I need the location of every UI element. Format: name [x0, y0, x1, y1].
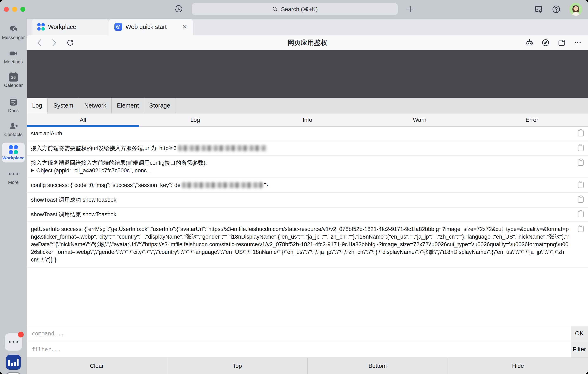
log-text: config success: {"code":0,"msg":"success…	[31, 182, 181, 188]
sidebar-item-meetings[interactable]: Meetings	[0, 49, 27, 65]
sidebar-item-calendar[interactable]: 26 Calendar	[0, 73, 27, 88]
video-camera-icon	[9, 49, 18, 58]
tab-label: Workplace	[48, 23, 76, 30]
redacted-blur	[178, 145, 267, 151]
title-bar: Search (⌘+K)	[0, 0, 588, 19]
copy-icon[interactable]	[578, 196, 584, 203]
ok-button[interactable]: OK	[571, 326, 588, 341]
tab-workplace[interactable]: Workplace	[32, 19, 109, 35]
filter-info[interactable]: Info	[251, 113, 364, 126]
copy-icon[interactable]	[578, 158, 584, 166]
log-text: start apiAuth	[31, 131, 62, 137]
calendar-icon: 26	[9, 73, 18, 82]
copy-icon[interactable]	[578, 144, 584, 151]
console-tab-storage[interactable]: Storage	[144, 98, 176, 113]
console-tab-element[interactable]: Element	[112, 98, 144, 113]
user-avatar[interactable]	[569, 3, 582, 16]
sidebar-more-apps-button[interactable]	[5, 333, 22, 351]
log-row: start apiAuth	[27, 127, 588, 141]
close-window-button[interactable]	[4, 7, 9, 12]
new-tab-button[interactable]	[405, 3, 416, 15]
help-icon[interactable]	[552, 5, 561, 14]
sidebar-item-label: Workplace	[2, 155, 24, 160]
bar-chart-icon	[8, 360, 10, 366]
more-dots-icon	[9, 169, 18, 178]
tab-strip: Workplace Web quick start ✕	[27, 19, 588, 35]
log-row: 接入方服务端返回给接入方前端的结果(前端调用config接口的所需参数): Ob…	[27, 156, 588, 178]
copy-icon[interactable]	[578, 129, 584, 137]
copy-icon[interactable]	[578, 225, 584, 232]
compass-icon[interactable]	[541, 39, 550, 47]
sidebar-item-label: Calendar	[4, 83, 23, 88]
sidebar-item-label: Messenger	[2, 35, 25, 40]
history-icon[interactable]	[174, 5, 183, 14]
search-input[interactable]: Search (⌘+K)	[192, 3, 398, 15]
bottom-button[interactable]: Bottom	[308, 358, 448, 374]
log-list: start apiAuth 接入方前端将需要鉴权的url发给接入方服务端,url…	[27, 127, 588, 326]
debug-console: Log System Network Element Storage All L…	[27, 98, 588, 374]
search-placeholder: Search (⌘+K)	[281, 6, 318, 13]
command-row: OK	[27, 326, 588, 341]
workplace-tab-icon	[37, 23, 45, 31]
filter-button[interactable]: Filter	[571, 341, 588, 357]
log-row: showToast 调用成功 showToast:ok	[27, 193, 588, 208]
sidebar-item-label: Contacts	[4, 132, 22, 137]
console-footer: Clear Top Bottom Hide	[27, 357, 588, 374]
sidebar-item-more[interactable]: More	[0, 169, 27, 185]
announcement-icon[interactable]	[534, 5, 543, 14]
log-row: config success: {"code":0,"msg":"success…	[27, 178, 588, 193]
tab-label: Web quick start	[126, 23, 167, 30]
sidebar-item-label: More	[8, 180, 19, 185]
console-tab-system[interactable]: System	[48, 98, 79, 113]
filter-error[interactable]: Error	[476, 113, 588, 126]
search-icon	[272, 6, 278, 12]
filter-log[interactable]: Log	[139, 113, 251, 126]
more-actions-icon[interactable]	[574, 39, 582, 47]
log-text: 接入方服务端返回给接入方前端的结果(前端调用config接口的所需参数):	[31, 159, 569, 167]
log-text: showToast 调用成功 showToast:ok	[31, 197, 116, 203]
console-tab-log[interactable]: Log	[27, 98, 48, 113]
clear-button[interactable]: Clear	[27, 358, 167, 374]
sidebar-item-label: Docs	[8, 108, 19, 113]
console-tab-network[interactable]: Network	[79, 98, 112, 113]
close-tab-icon[interactable]: ✕	[182, 24, 187, 30]
ellipsis-icon	[9, 338, 18, 347]
log-text: "}	[264, 182, 268, 188]
open-in-window-icon[interactable]	[557, 39, 566, 47]
filter-input[interactable]	[27, 341, 571, 357]
webview-content	[27, 50, 588, 98]
contacts-icon	[9, 121, 18, 131]
command-input[interactable]	[27, 326, 571, 341]
minimize-window-button[interactable]	[12, 7, 17, 12]
sidebar-item-messenger[interactable]: Messenger	[0, 24, 27, 40]
log-text: showToast 调用结束 showToast:ok	[31, 211, 116, 218]
notification-badge	[18, 332, 24, 338]
hide-button[interactable]: Hide	[448, 358, 588, 374]
log-level-filters: All Log Info Warn Error	[27, 113, 588, 127]
sidebar-analytics-app[interactable]	[6, 355, 21, 370]
app-window: Search (⌘+K)	[0, 0, 588, 374]
messenger-icon	[9, 24, 18, 34]
filter-all[interactable]: All	[27, 113, 139, 126]
titlebar-right-icons	[534, 3, 582, 16]
workplace-icon	[9, 145, 18, 154]
log-object-preview: Object {appid: "cli_a4a021c7fc7c500c", n…	[36, 167, 151, 174]
console-tabs: Log System Network Element Storage	[27, 98, 588, 113]
app-sidebar: Messenger Meetings 26 Calendar	[0, 19, 27, 374]
sidebar-item-workplace[interactable]: Workplace	[2, 143, 25, 163]
log-text: getUserInfo success: {"errMsg":"getUserI…	[31, 226, 569, 263]
copy-icon[interactable]	[578, 210, 584, 218]
copy-icon[interactable]	[578, 181, 584, 188]
filter-warn[interactable]: Warn	[364, 113, 476, 126]
tab-web-quick-start[interactable]: Web quick start ✕	[109, 19, 193, 35]
bot-icon[interactable]	[525, 39, 534, 47]
object-expander[interactable]: Object {appid: "cli_a4a021c7fc7c500c", n…	[31, 167, 569, 174]
sidebar-item-contacts[interactable]: Contacts	[0, 121, 27, 137]
top-button[interactable]: Top	[167, 358, 308, 374]
sidebar-item-docs[interactable]: Docs	[0, 98, 27, 113]
expand-triangle-icon	[31, 169, 34, 172]
filter-row: Filter	[27, 341, 588, 357]
traffic-lights	[4, 7, 25, 12]
maximize-window-button[interactable]	[21, 7, 25, 12]
redacted-blur	[182, 182, 262, 188]
